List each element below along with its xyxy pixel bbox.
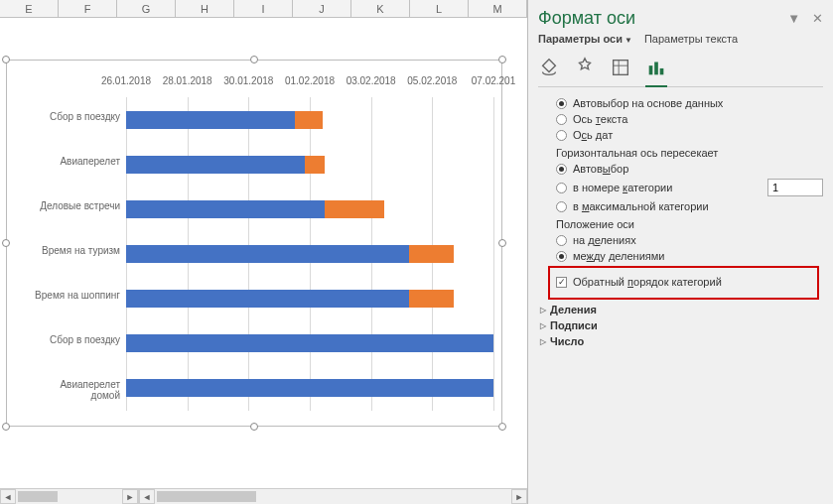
x-tick-label: 28.01.2018 <box>163 75 212 86</box>
pane-menu-icon[interactable]: ▼ <box>787 11 800 26</box>
x-axis[interactable]: 26.01.201828.01.201830.01.201801.02.2018… <box>126 75 493 93</box>
resize-handle[interactable] <box>498 423 506 431</box>
tab-scroll[interactable]: ◄ ► <box>0 489 139 504</box>
label-pos-header: Положение оси <box>538 218 823 230</box>
svg-rect-1 <box>649 65 653 74</box>
scroll-right-icon[interactable]: ► <box>122 489 138 504</box>
y-category-label[interactable]: Сбор в поездку <box>33 334 120 345</box>
bar-segment-2[interactable] <box>295 111 323 129</box>
column-headers[interactable]: E F G H I J K L M <box>0 0 527 18</box>
x-tick-label: 07.02.201 <box>472 75 516 86</box>
format-axis-pane: Формат оси ▼ ✕ Параметры оси▼ Параметры … <box>528 0 833 504</box>
bar-segment-2[interactable] <box>325 200 384 218</box>
radio-pos-on[interactable]: на делениях <box>556 234 823 246</box>
plot-area[interactable]: 26.01.201828.01.201830.01.201801.02.2018… <box>37 75 493 411</box>
radio-cross-at-category[interactable]: в номере категории <box>556 179 823 196</box>
col-G[interactable]: G <box>117 0 176 17</box>
scroll-thumb[interactable] <box>18 491 58 502</box>
worksheet-area[interactable]: E F G H I J K L M 26.01.201828.01.201830… <box>0 0 528 504</box>
resize-handle[interactable] <box>250 423 258 431</box>
bar-segment-1[interactable] <box>126 290 409 308</box>
scroll-left-icon[interactable]: ◄ <box>0 489 16 504</box>
bar-segment-1[interactable] <box>126 379 493 397</box>
radio-cross-at-max[interactable]: в максимальной категории <box>556 200 823 212</box>
svg-rect-3 <box>660 68 664 74</box>
x-tick-label: 26.01.2018 <box>101 75 151 86</box>
col-F[interactable]: F <box>59 0 117 17</box>
bar-segment-1[interactable] <box>126 111 295 129</box>
y-axis[interactable]: Сбор в поездкуАвиаперелетДеловые встречи… <box>37 97 124 411</box>
x-tick-label: 03.02.2018 <box>347 75 396 86</box>
y-category-label[interactable]: Время на туризм <box>33 245 120 256</box>
radio-date-axis[interactable]: Ось дат <box>556 129 823 141</box>
radio-cross-auto[interactable]: Автовыбор <box>556 163 823 175</box>
label-cross-header: Горизонтальная ось пересекает <box>538 147 823 159</box>
bar-segment-1[interactable] <box>126 200 325 218</box>
resize-handle[interactable] <box>2 56 10 63</box>
scroll-right-icon[interactable]: ► <box>511 489 527 504</box>
y-category-label[interactable]: Деловые встречи <box>33 200 120 211</box>
cross-category-input[interactable] <box>767 179 823 196</box>
radio-text-axis[interactable]: Ось текста <box>556 113 823 125</box>
bar-segment-1[interactable] <box>126 334 493 352</box>
y-category-label[interactable]: Время на шоппинг <box>33 290 120 301</box>
scrollbar-row: ◄ ► ◄ ► <box>0 488 527 504</box>
bar-segment-1[interactable] <box>126 245 409 263</box>
svg-rect-0 <box>614 61 628 75</box>
section-tick-marks[interactable]: ▷Деления <box>540 304 823 315</box>
col-L[interactable]: L <box>410 0 469 17</box>
col-K[interactable]: K <box>351 0 410 17</box>
h-scrollbar[interactable]: ◄ ► <box>139 489 527 504</box>
bar-segment-2[interactable] <box>305 156 325 174</box>
pane-title: Формат оси <box>538 8 635 29</box>
resize-handle[interactable] <box>2 423 10 431</box>
col-E[interactable]: E <box>0 0 59 17</box>
resize-handle[interactable] <box>498 56 506 63</box>
radio-pos-between[interactable]: между делениями <box>556 250 823 262</box>
col-M[interactable]: M <box>469 0 527 17</box>
bar-segment-1[interactable] <box>126 156 305 174</box>
close-icon[interactable]: ✕ <box>812 11 823 26</box>
x-tick-label: 01.02.2018 <box>285 75 335 86</box>
bar-segment-2[interactable] <box>409 290 454 308</box>
size-icon[interactable] <box>610 57 631 80</box>
tab-text-options[interactable]: Параметры текста <box>644 33 738 45</box>
chart-object[interactable]: 26.01.201828.01.201830.01.201801.02.2018… <box>6 60 502 427</box>
col-J[interactable]: J <box>293 0 351 17</box>
resize-handle[interactable] <box>250 56 258 63</box>
resize-handle[interactable] <box>498 239 506 247</box>
section-number[interactable]: ▷Число <box>540 335 823 347</box>
axis-options-icon[interactable] <box>645 57 667 80</box>
fill-icon[interactable] <box>538 57 560 80</box>
scroll-thumb[interactable] <box>157 491 256 502</box>
svg-rect-2 <box>654 63 658 75</box>
y-category-label[interactable]: Авиаперелет <box>33 156 120 167</box>
x-tick-label: 30.01.2018 <box>223 75 273 86</box>
bar-segment-2[interactable] <box>409 245 454 263</box>
radio-auto-data[interactable]: Автовыбор на основе данных <box>556 97 823 109</box>
section-labels[interactable]: ▷Подписи <box>540 319 823 331</box>
resize-handle[interactable] <box>2 239 10 247</box>
effects-icon[interactable] <box>574 57 596 80</box>
col-I[interactable]: I <box>234 0 293 17</box>
y-category-label[interactable]: Авиаперелет домой <box>33 379 120 401</box>
y-category-label[interactable]: Сбор в поездку <box>33 111 120 122</box>
x-tick-label: 05.02.2018 <box>407 75 457 86</box>
col-H[interactable]: H <box>176 0 234 17</box>
tab-axis-options[interactable]: Параметры оси▼ <box>538 33 632 45</box>
scroll-left-icon[interactable]: ◄ <box>139 489 155 504</box>
checkbox-reverse-order[interactable]: Обратный порядок категорий <box>556 276 811 288</box>
bars <box>126 97 493 411</box>
reverse-order-highlight: Обратный порядок категорий <box>548 266 819 300</box>
